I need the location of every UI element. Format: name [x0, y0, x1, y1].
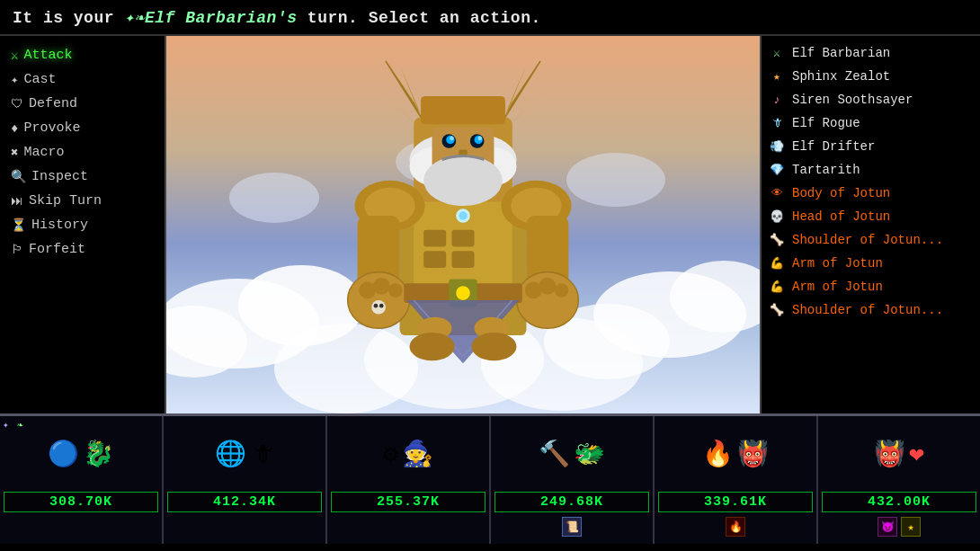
macro-icon: ✖: [11, 145, 18, 160]
portrait-6-sprite-a: 👹: [874, 443, 905, 468]
svg-point-43: [373, 278, 390, 295]
svg-point-49: [555, 283, 569, 298]
party-item-head-of-jotun[interactable]: 💀 Head of Jotun: [762, 205, 980, 228]
defend-icon: 🛡: [11, 97, 23, 111]
action-menu: ⚔ Attack ✦ Cast 🛡 Defend ♦ Provoke ✖ Mac…: [0, 36, 166, 413]
portrait-2-sprite-b: 🗡: [250, 443, 275, 468]
portrait-5[interactable]: 🔥 👹 339.61K 🔥: [655, 416, 818, 544]
portrait-1[interactable]: ✦ ❧ 🔵 🐉 308.70K: [0, 416, 164, 544]
siren-soothsayer-name: Siren Soothsayer: [792, 93, 913, 107]
elf-barbarian-name: Elf Barbarian: [792, 46, 890, 60]
svg-rect-15: [423, 230, 446, 247]
history-label: History: [31, 218, 88, 233]
svg-rect-16: [451, 230, 474, 247]
svg-point-35: [423, 156, 503, 206]
battle-scene: [166, 36, 760, 413]
skip-icon: ⏭: [11, 194, 23, 209]
action-provoke[interactable]: ♦ Provoke: [0, 116, 165, 140]
elf-rogue-name: Elf Rogue: [792, 116, 860, 130]
history-icon: ⏳: [11, 218, 26, 233]
boss-sprite: [310, 54, 616, 378]
svg-point-50: [371, 300, 386, 315]
svg-point-44: [388, 283, 403, 298]
arm-jotun-2-name: Arm of Jotun: [792, 280, 883, 294]
portrait-6[interactable]: 👹 ❤ 432.00K 😈 ★: [818, 416, 980, 544]
svg-rect-22: [421, 96, 505, 124]
portrait-5-sprite-area: 🔥 👹: [658, 420, 813, 492]
forfeit-label: Forfeit: [29, 242, 85, 257]
corner-icon-1b: ❧: [17, 419, 30, 431]
action-attack[interactable]: ⚔ Attack: [0, 43, 165, 67]
body-jotun-name: Body of Jotun: [792, 186, 890, 200]
portrait-3[interactable]: ⚙ 🧙 255.37K: [327, 416, 491, 544]
forfeit-icon: 🏳: [11, 243, 23, 257]
party-item-elf-drifter[interactable]: 💨 Elf Drifter: [762, 135, 980, 158]
boss-container: [310, 54, 616, 378]
party-item-shoulder-jotun-2[interactable]: 🦴 Shoulder of Jotun...: [762, 298, 980, 322]
portrait-5-hp: 339.61K: [658, 492, 813, 512]
party-item-tartarith[interactable]: 💎 Tartarith: [762, 158, 980, 182]
svg-point-48: [539, 278, 557, 295]
portrait-5-status-icon-1: 🔥: [726, 517, 745, 537]
portrait-3-sprite-area: ⚙ 🧙: [331, 420, 486, 492]
portrait-4-sprite-b: 🐲: [574, 443, 605, 468]
party-item-arm-jotun-2[interactable]: 💪 Arm of Jotun: [762, 275, 980, 298]
macro-label: Macro: [23, 145, 64, 160]
portrait-6-hp: 432.00K: [822, 492, 976, 512]
main-area: ⚔ Attack ✦ Cast 🛡 Defend ♦ Provoke ✖ Mac…: [0, 36, 980, 413]
party-item-arm-jotun-1[interactable]: 💪 Arm of Jotun: [762, 252, 980, 275]
svg-rect-17: [423, 251, 446, 268]
shoulder-jotun-1-icon: 🦴: [769, 232, 785, 248]
character-name: ✦❧Elf Barbarian's: [124, 9, 297, 27]
arm-jotun-1-icon: 💪: [769, 255, 785, 271]
action-defend[interactable]: 🛡 Defend: [0, 92, 165, 116]
portrait-1-sprite-b: 🐉: [83, 443, 114, 468]
svg-point-51: [374, 304, 379, 308]
shoulder-jotun-1-name: Shoulder of Jotun...: [792, 233, 943, 247]
sphinx-zealot-icon: ★: [769, 68, 785, 84]
arm-jotun-1-name: Arm of Jotun: [792, 256, 883, 271]
portrait-3-sprite-a: ⚙: [383, 443, 398, 468]
portrait-4-sprite-area: 🔨 🐲: [494, 420, 649, 492]
portrait-2[interactable]: 🌐 🗡 412.34K: [164, 416, 327, 544]
action-history[interactable]: ⏳ History: [0, 213, 165, 237]
elf-barbarian-icon: ⚔: [769, 45, 785, 61]
party-item-elf-barbarian[interactable]: ⚔ Elf Barbarian: [762, 41, 980, 65]
portrait-1-sprite-a: 🔵: [48, 443, 79, 468]
status-text-prefix: It is your: [13, 9, 124, 27]
action-skip[interactable]: ⏭ Skip Turn: [0, 189, 165, 213]
party-item-shoulder-jotun-1[interactable]: 🦴 Shoulder of Jotun...: [762, 228, 980, 252]
skip-label: Skip Turn: [29, 193, 102, 209]
portrait-4-sprite-a: 🔨: [539, 443, 570, 468]
portrait-6-status-icon-2: ★: [901, 517, 921, 537]
action-forfeit[interactable]: 🏳 Forfeit: [0, 237, 165, 262]
party-item-sphinx-zealot[interactable]: ★ Sphinx Zealot: [762, 65, 980, 88]
tartarith-icon: 💎: [769, 162, 785, 178]
portrait-1-corner-icons: ✦ ❧: [3, 419, 30, 431]
cast-label: Cast: [23, 72, 56, 87]
action-inspect[interactable]: 🔍 Inspect: [0, 164, 165, 189]
svg-rect-34: [459, 149, 467, 155]
arm-jotun-2-icon: 💪: [769, 279, 785, 295]
svg-point-33: [477, 137, 482, 141]
action-macro[interactable]: ✖ Macro: [0, 140, 165, 164]
portrait-4-hp: 249.68K: [494, 492, 649, 512]
portrait-4[interactable]: 🔨 🐲 249.68K 📜: [491, 416, 655, 544]
elf-drifter-icon: 💨: [769, 138, 785, 155]
portrait-6-status-icons: 😈 ★: [875, 514, 923, 539]
portraits-row: ✦ ❧ 🔵 🐉 308.70K 🌐 🗡 412.34K ⚙ 🧙 255.37K …: [0, 413, 980, 544]
shoulder-jotun-2-icon: 🦴: [769, 302, 785, 318]
portrait-5-sprite-a: 🔥: [702, 443, 734, 468]
status-bar: It is your ✦❧Elf Barbarian's turn. Selec…: [0, 0, 980, 36]
party-item-siren-soothsayer[interactable]: ♪ Siren Soothsayer: [762, 88, 980, 111]
elf-rogue-icon: 🗡: [769, 115, 785, 131]
inspect-label: Inspect: [31, 169, 88, 184]
portrait-2-hp: 412.34K: [167, 492, 322, 512]
party-item-elf-rogue[interactable]: 🗡 Elf Rogue: [762, 111, 980, 135]
siren-soothsayer-icon: ♪: [769, 92, 785, 108]
portrait-4-status-icon-1: 📜: [562, 517, 582, 537]
action-cast[interactable]: ✦ Cast: [0, 67, 165, 92]
provoke-label: Provoke: [23, 120, 80, 136]
svg-point-55: [456, 286, 470, 300]
party-item-body-of-jotun[interactable]: 👁 Body of Jotun: [762, 182, 980, 205]
